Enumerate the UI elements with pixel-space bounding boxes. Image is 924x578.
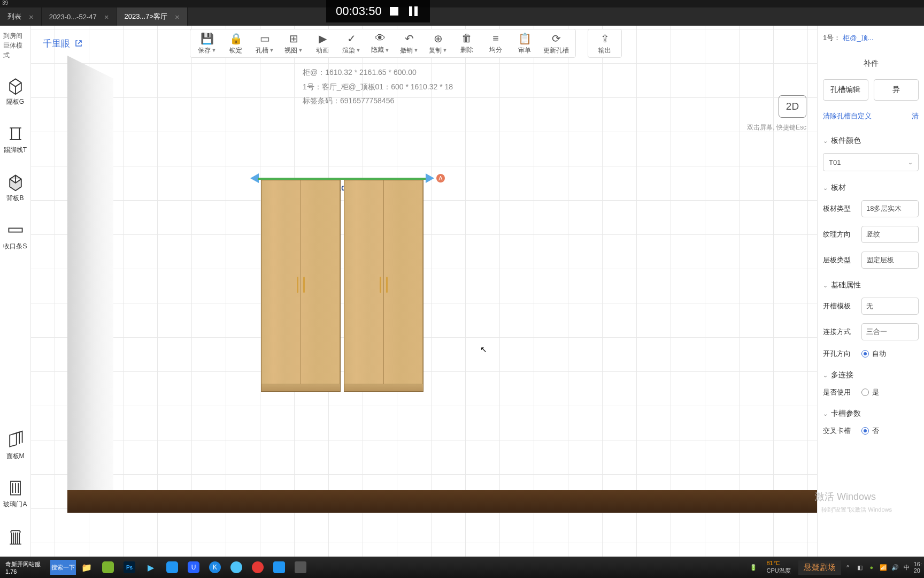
toolbar-output[interactable]: ⇪输出	[591, 32, 618, 55]
tab-bar: 列表× 2023-0...-52-47× 2023...7>客厅×	[0, 7, 924, 26]
section-multi-connect[interactable]: ⌄多连接	[823, 370, 919, 380]
tray-icon[interactable]: ●	[867, 562, 876, 572]
link-clear[interactable]: 清	[912, 111, 919, 121]
tab-2023-52-47[interactable]: 2023-0...-52-47×	[42, 7, 117, 26]
external-link-icon	[74, 39, 83, 48]
tab-2023-living-room[interactable]: 2023...7>客厅×	[117, 7, 187, 26]
taskbar-app-kugou[interactable]: K	[204, 557, 226, 578]
toolbar-update-slot[interactable]: ⟳更新孔槽	[540, 32, 572, 55]
sidebar-top-text[interactable]: 到房间巨体模式	[0, 29, 30, 62]
toolbar-render[interactable]: ✓渲染▼	[338, 32, 365, 55]
taskbar-battery-icon[interactable]: 🔋	[743, 557, 764, 578]
radio-cross-slot[interactable]: 否	[861, 426, 879, 436]
radio-use-multi[interactable]: 是	[861, 387, 879, 397]
tray-network-icon[interactable]: 📶	[879, 562, 888, 572]
toolbar-undo[interactable]: ↶撤销▼	[396, 32, 422, 55]
tray-chevron-icon[interactable]: ^	[843, 562, 853, 572]
taskbar-app-u[interactable]: U	[183, 557, 204, 578]
select-panel-color[interactable]: T01⌄	[823, 153, 919, 171]
tab-close-icon[interactable]: ×	[29, 12, 34, 21]
pillar-icon	[6, 528, 25, 547]
toolbar-review[interactable]: 📋审单	[511, 32, 538, 55]
view-mode-2d-button[interactable]: 2D	[779, 95, 806, 118]
subtab-slot-edit[interactable]: 孔槽编辑	[823, 79, 868, 101]
taskbar-app-video[interactable]: ▶	[140, 557, 161, 578]
door-handle	[297, 277, 298, 293]
arrow-right-icon[interactable]	[426, 173, 434, 183]
select-grain-direction[interactable]: 竖纹	[861, 226, 919, 243]
tray-volume-icon[interactable]: 🔊	[890, 562, 900, 572]
video-time: 00:03:50	[336, 4, 382, 18]
toolbar-copy[interactable]: ⊕复制▼	[425, 32, 451, 55]
taskbar-app-explorer[interactable]: 📁	[76, 557, 97, 578]
taskbar-weather[interactable]: 81℃CPU温度	[766, 560, 790, 575]
toolbar-lock[interactable]: 🔒锁定	[222, 32, 249, 55]
tab-close-icon[interactable]: ×	[104, 12, 109, 21]
mouse-cursor-icon: ↖	[480, 345, 487, 354]
taskbar-app-todesk[interactable]	[268, 557, 290, 578]
select-connection-type[interactable]: 三合一	[861, 323, 919, 340]
tool-skirting[interactable]: 踢脚线T	[1, 120, 30, 158]
taskbar-clock[interactable]: 16:20	[914, 561, 922, 574]
section-basic-props[interactable]: ⌄基础属性	[823, 280, 919, 290]
toolbar-delete[interactable]: 🗑删除	[453, 32, 480, 55]
taskbar-app-red[interactable]	[247, 557, 268, 578]
taskbar-app-thunder[interactable]	[161, 557, 183, 578]
section-panel-color[interactable]: ⌄板件颜色	[823, 136, 919, 146]
taskbar-app-photoshop[interactable]: Ps	[119, 557, 140, 578]
toolbar-animation[interactable]: ▶动画	[309, 32, 336, 55]
tool-glass-door[interactable]: 玻璃门A	[1, 474, 30, 513]
video-pause-button[interactable]	[406, 4, 420, 18]
left-tool-sidebar: 到房间巨体模式 隔板G 踢脚线T 背板B 收口条S 面板M 玻璃门A	[0, 26, 31, 557]
select-layer-type[interactable]: 固定层板	[861, 252, 919, 269]
toolbar-output-group: ⇪输出	[588, 29, 622, 58]
tool-closure-strip[interactable]: 收口条S	[1, 216, 30, 255]
wall-left	[67, 56, 113, 513]
tool-panel[interactable]: 面板M	[1, 426, 30, 465]
tool-column-decor[interactable]	[1, 518, 30, 557]
select-slot-template[interactable]: 无	[861, 298, 919, 315]
taskbar-search[interactable]: 搜索一下	[50, 560, 76, 575]
chevron-down-icon: ⌄	[823, 372, 828, 379]
toolbar-distribute[interactable]: ≡均分	[482, 32, 509, 55]
toolbar-save[interactable]: 💾保存▼	[194, 32, 220, 55]
cabinet-unit-right[interactable]	[344, 180, 424, 392]
taskbar-drama-widget[interactable]: 悬疑剧场	[798, 560, 841, 575]
cabinet-unit-left[interactable]	[261, 180, 341, 392]
video-stop-button[interactable]	[387, 4, 401, 18]
chevron-down-icon: ⌄	[823, 138, 828, 144]
video-player-controls: 00:03:50	[326, 0, 430, 22]
section-slot-params[interactable]: ⌄卡槽参数	[823, 409, 919, 419]
tray-ime-icon[interactable]: 中	[902, 562, 912, 572]
glass-door-icon	[6, 478, 25, 498]
breadcrumb-link[interactable]: 柜@_顶...	[843, 33, 873, 43]
subtab-abnormal[interactable]: 异	[874, 79, 919, 101]
toolbar-hide[interactable]: 👁隐藏▼	[367, 32, 394, 55]
svg-rect-0	[9, 228, 22, 232]
tool-backboard[interactable]: 背板B	[1, 168, 30, 207]
link-clear-slot-custom[interactable]: 清除孔槽自定义	[823, 111, 872, 121]
taskbar-app-wechat[interactable]	[97, 557, 119, 578]
tab-close-icon[interactable]: ×	[175, 12, 180, 21]
tab-supplementary[interactable]: 补件	[823, 55, 919, 73]
door-handle	[303, 277, 305, 293]
window-corner-text: 39	[0, 0, 10, 6]
tool-partition[interactable]: 隔板G	[1, 72, 30, 110]
door-handle	[386, 277, 388, 293]
cabinet-object[interactable]: 1610.32 2065.65	[261, 179, 424, 392]
toolbar-view[interactable]: ⊞视图▼	[280, 32, 307, 55]
taskbar-app-current[interactable]	[290, 557, 311, 578]
section-material[interactable]: ⌄板材	[823, 183, 919, 193]
canvas-hint: 双击屏幕, 快捷键Esc	[747, 123, 806, 132]
door-handle	[380, 277, 381, 293]
taskbar-app-browser[interactable]	[226, 557, 247, 578]
design-canvas[interactable]: 千里眼 💾保存▼ 🔒锁定 ▭孔槽▼ ⊞视图▼ ▶动画 ✓渲染▼ 👁隐藏▼ ↶撤销…	[31, 26, 817, 557]
select-material-type[interactable]: 18多层实木	[861, 200, 919, 217]
tray-icon[interactable]: ◧	[855, 562, 865, 572]
taskbar-start-text[interactable]: 奇新开网站服1.76	[2, 560, 50, 575]
clairvoyance-button[interactable]: 千里眼	[43, 37, 83, 50]
tab-list[interactable]: 列表×	[0, 7, 42, 26]
toolbar-slot[interactable]: ▭孔槽▼	[251, 32, 278, 55]
radio-hole-direction[interactable]: 自动	[861, 349, 886, 359]
object-info-text: 柜@：1610.32 * 2161.65 * 600.00 1号：客厅_柜@_顶…	[303, 65, 453, 108]
